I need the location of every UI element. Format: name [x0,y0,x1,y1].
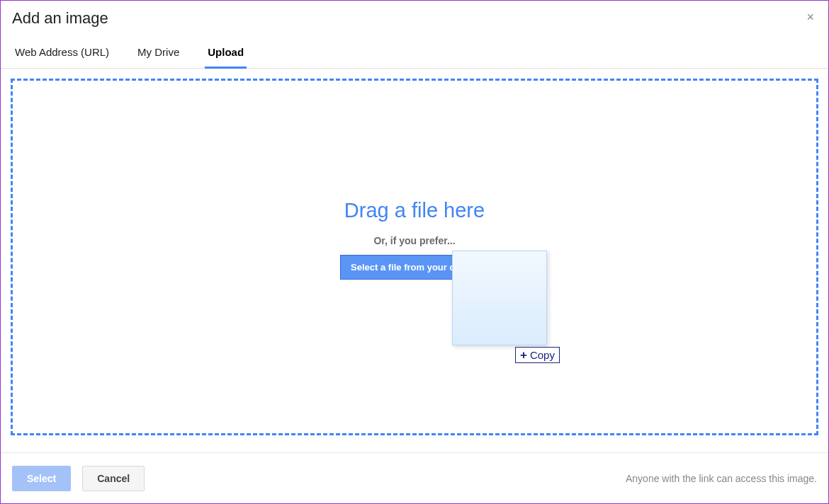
cancel-button[interactable]: Cancel [82,466,145,491]
upload-dropzone[interactable]: Drag a file here Or, if you prefer... Se… [11,79,818,435]
copy-badge: + Copy [515,347,560,363]
tab-web-address[interactable]: Web Address (URL) [12,36,112,68]
drag-preview-ghost [452,251,547,345]
tab-upload[interactable]: Upload [205,36,247,68]
footer-buttons: Select Cancel [12,466,145,491]
dialog-footer: Select Cancel Anyone with the link can a… [1,452,828,503]
or-text: Or, if you prefer... [340,235,489,246]
close-icon[interactable]: × [803,10,817,25]
tab-my-drive[interactable]: My Drive [135,36,182,68]
select-button[interactable]: Select [12,466,71,491]
dialog-title: Add an image [12,9,108,28]
footer-info-text: Anyone with the link can access this ima… [626,473,817,484]
copy-badge-text: Copy [530,349,555,361]
plus-icon: + [520,349,527,361]
drag-instruction: Drag a file here [340,199,489,222]
tab-bar: Web Address (URL) My Drive Upload [1,36,828,69]
content-area: Drag a file here Or, if you prefer... Se… [1,69,828,445]
dialog-header: Add an image × [1,1,828,36]
